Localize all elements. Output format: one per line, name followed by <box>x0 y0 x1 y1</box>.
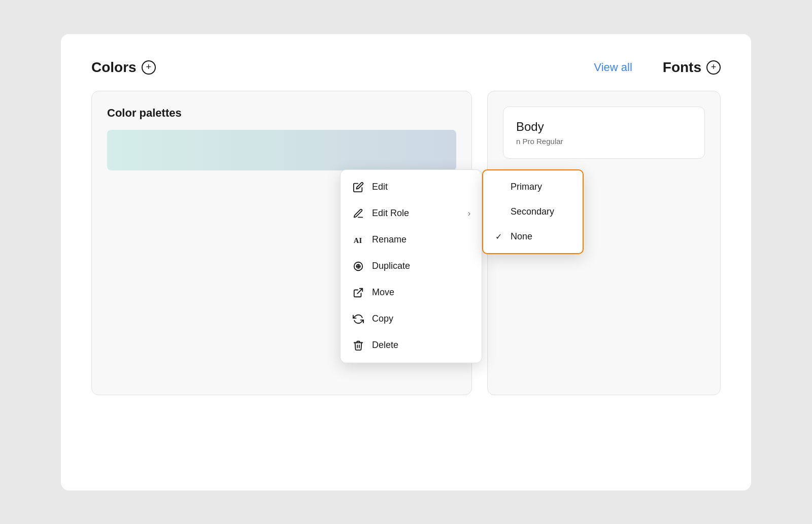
edit-role-submenu: Primary Secondary ✓ None <box>482 169 584 254</box>
color-palette-bar[interactable] <box>107 130 456 170</box>
font-card-subtitle: n Pro Regular <box>516 137 692 146</box>
none-check: ✓ <box>495 232 505 241</box>
edit-label: Edit <box>372 182 470 192</box>
menu-item-delete[interactable]: Delete <box>341 332 482 359</box>
context-menu: Edit Edit Role › AI <box>340 169 482 363</box>
color-palettes-title: Color palettes <box>107 107 456 120</box>
edit-icon <box>352 181 365 194</box>
edit-role-label: Edit Role <box>372 208 461 219</box>
menu-item-edit[interactable]: Edit <box>341 174 482 200</box>
submenu-item-secondary[interactable]: Secondary <box>483 199 583 224</box>
main-container: Colors + View all Fonts + Color palettes… <box>61 34 751 491</box>
fonts-section-title: Fonts + <box>663 59 721 76</box>
top-bar: Colors + View all Fonts + <box>91 59 721 76</box>
add-color-button[interactable]: + <box>142 60 156 75</box>
main-content: Color palettes Body n Pro Regular Edit <box>91 91 721 395</box>
edit-role-icon <box>352 207 365 220</box>
copy-label: Copy <box>372 313 470 324</box>
colors-title-text: Colors <box>91 59 137 76</box>
secondary-check <box>495 207 505 216</box>
rename-label: Rename <box>372 234 470 245</box>
duplicate-label: Duplicate <box>372 261 470 271</box>
view-all-link[interactable]: View all <box>594 61 632 74</box>
move-icon <box>352 286 365 299</box>
submenu-item-none[interactable]: ✓ None <box>483 224 583 249</box>
primary-check <box>495 182 505 191</box>
secondary-label: Secondary <box>511 206 554 217</box>
menu-item-move[interactable]: Move <box>341 280 482 306</box>
colors-section-title: Colors + <box>91 59 156 76</box>
font-card-title: Body <box>516 120 692 134</box>
add-font-button[interactable]: + <box>706 60 721 75</box>
submenu-item-primary[interactable]: Primary <box>483 174 583 199</box>
fonts-title-text: Fonts <box>663 59 701 76</box>
svg-text:AI: AI <box>354 236 362 244</box>
delete-icon <box>352 339 365 352</box>
duplicate-icon <box>352 260 365 273</box>
menu-item-duplicate[interactable]: Duplicate <box>341 253 482 280</box>
copy-icon <box>352 312 365 326</box>
font-card-body: Body n Pro Regular <box>503 107 705 159</box>
primary-label: Primary <box>511 182 542 192</box>
menu-item-edit-role[interactable]: Edit Role › <box>341 200 482 227</box>
rename-icon: AI <box>352 233 365 247</box>
chevron-right-icon: › <box>468 209 470 218</box>
delete-label: Delete <box>372 340 470 351</box>
none-label: None <box>511 231 532 242</box>
move-label: Move <box>372 287 470 298</box>
menu-item-rename[interactable]: AI Rename <box>341 227 482 253</box>
menu-item-copy[interactable]: Copy <box>341 306 482 332</box>
